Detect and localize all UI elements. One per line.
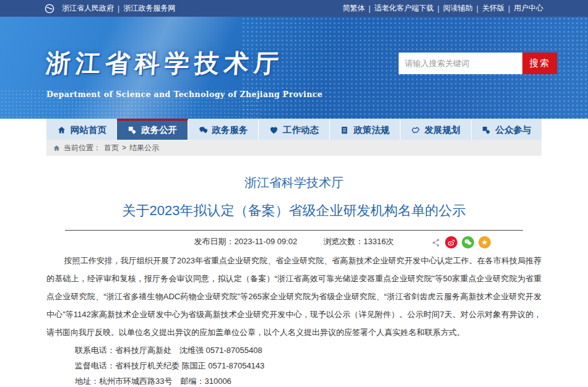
nav-item-policies[interactable]: 政策法规: [330, 119, 400, 140]
disclosure-icon: [128, 125, 137, 135]
site-title: 浙江省科学技术厅: [45, 46, 285, 80]
link-user-center[interactable]: 用户中心: [514, 3, 543, 14]
nav-label: 网站首页: [71, 124, 106, 136]
participation-icon: [482, 125, 491, 135]
article-meta-row: 发布日期：2023-11-09 09:02 浏览次数：13316次: [46, 236, 542, 247]
nav-label: 政策法规: [353, 124, 389, 136]
article-body: 按照工作安排，我厅组织开展了2023年省重点企业研究院、省企业研究院、省高新技术…: [46, 252, 542, 341]
topbar-right: 简繁体 | 适老化客户端下载 | 阅读辅助 | 关怀版 | 用户中心: [343, 3, 544, 14]
qzone-share-icon[interactable]: ★: [478, 236, 491, 249]
main-nav: 网站首页 政务公开 政务服务 工作动态 政策法规: [46, 119, 542, 140]
supervision-phone: 监督电话：省科技厅机关纪委 陈国正 0571-87054143: [75, 358, 542, 373]
nav-item-gov-services[interactable]: 政务服务: [188, 119, 259, 140]
nav-item-home[interactable]: 网站首页: [46, 119, 117, 140]
breadcrumb-prefix: 当前位置：: [64, 143, 101, 153]
view-count: 浏览次数：13316次: [323, 236, 394, 247]
share-icon[interactable]: [431, 237, 441, 247]
publish-date: 发布日期：2023-11-09 09:02: [194, 236, 298, 247]
link-simplified-traditional[interactable]: 简繁体: [343, 3, 365, 14]
document-icon: [340, 125, 349, 135]
link-reading-assist[interactable]: 阅读辅助: [443, 3, 473, 14]
separator: |: [508, 4, 510, 13]
site-search: 搜索: [399, 53, 557, 74]
site-subtitle-en: Department of Science and Technology of …: [46, 90, 322, 99]
nav-label: 政务服务: [212, 124, 248, 136]
nav-label: 工作动态: [283, 124, 319, 136]
link-zj-service[interactable]: 浙江政务服务网: [123, 3, 175, 14]
nav-item-work-news[interactable]: 工作动态: [259, 119, 329, 140]
search-input[interactable]: [399, 53, 522, 74]
contact-block: 联系电话：省科技厅高新处 沈维强 0571-87055408 监督电话：省科技厅…: [46, 342, 542, 387]
handshake-icon: [411, 125, 420, 135]
article-title-line1: 浙江省科学技术厅: [46, 174, 542, 191]
government-logo-icon: [45, 4, 54, 14]
view-count-label: 浏览次数：: [323, 237, 363, 246]
breadcrumb-wrap: 当前位置： 首页 > 结果公示: [46, 140, 542, 156]
separator: |: [369, 4, 371, 13]
top-utility-bar: 浙江省人民政府 | 浙江政务服务网 简繁体 | 适老化客户端下载 | 阅读辅助 …: [0, 0, 588, 17]
separator: |: [477, 4, 478, 13]
main-nav-wrap: 网站首页 政务公开 政务服务 工作动态 政策法规: [0, 119, 588, 140]
nav-item-development-plans[interactable]: 发展规划: [400, 119, 471, 140]
publish-date-label: 发布日期：: [194, 237, 235, 246]
search-button[interactable]: 搜索: [522, 53, 557, 74]
share-bar: ★: [431, 236, 491, 249]
breadcrumb: 当前位置： 首页 > 结果公示: [46, 140, 542, 156]
link-elderly-client-download[interactable]: 适老化客户端下载: [374, 3, 434, 14]
link-care-version[interactable]: 关怀版: [482, 3, 504, 14]
breadcrumb-separator: >: [122, 143, 126, 152]
home-icon: [57, 125, 66, 135]
link-zj-gov[interactable]: 浙江省人民政府: [62, 3, 114, 14]
wechat-share-icon[interactable]: [462, 236, 474, 249]
article-content: 浙江省科学技术厅 关于2023年拟认定（备案）省级企业研发机构名单的公示 发布日…: [46, 156, 542, 387]
home-small-icon: [53, 144, 61, 152]
service-chat-icon: [199, 125, 208, 135]
title-divider: [65, 230, 523, 231]
heart-icon: [269, 125, 279, 135]
address-line: 地址：杭州市环城西路33号 邮编：310006: [75, 373, 542, 387]
nav-item-public-participation[interactable]: 公众参与: [472, 119, 542, 140]
nav-label: 公众参与: [495, 124, 531, 136]
view-count-value: 13316次: [363, 237, 394, 246]
weibo-share-icon[interactable]: [445, 236, 457, 249]
article-title-line2: 关于2023年拟认定（备案）省级企业研发机构名单的公示: [46, 202, 542, 220]
breadcrumb-home[interactable]: 首页: [104, 143, 119, 153]
nav-label: 发展规划: [425, 124, 460, 136]
publish-date-value: 2023-11-09 09:02: [235, 237, 298, 246]
nav-label: 政务公开: [141, 124, 177, 136]
nav-item-gov-disclosure[interactable]: 政务公开: [117, 119, 188, 140]
separator: |: [118, 4, 119, 13]
breadcrumb-current: 结果公示: [129, 143, 159, 153]
star-glyph: ★: [482, 239, 488, 246]
site-banner: 浙江省科学技术厅 Department of Science and Techn…: [0, 17, 588, 119]
topbar-left: 浙江省人民政府 | 浙江政务服务网: [45, 3, 175, 14]
contact-phone: 联系电话：省科技厅高新处 沈维强 0571-87055408: [75, 342, 542, 358]
separator: |: [438, 4, 439, 13]
